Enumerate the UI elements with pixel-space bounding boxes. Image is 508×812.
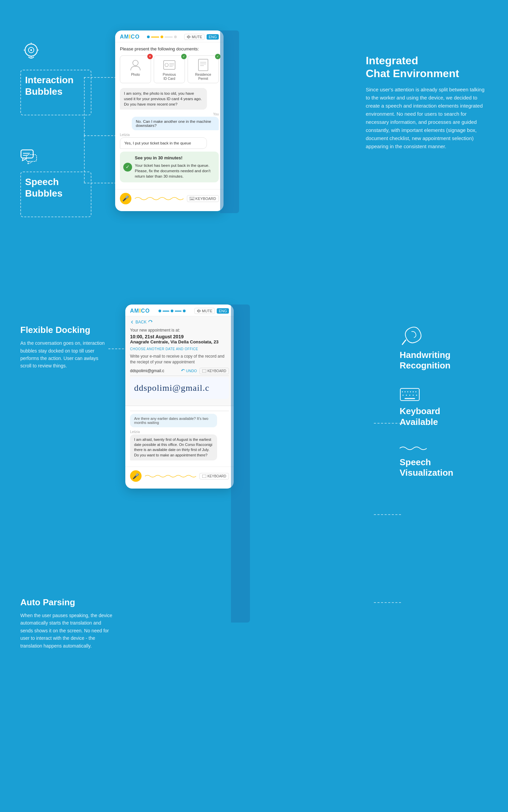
footer-wave-2 — [145, 473, 196, 479]
letizia-label-2: Letizia — [130, 430, 229, 434]
keyboard-available-icon — [400, 388, 420, 401]
svg-point-13 — [165, 63, 168, 67]
docked-area: BACK Your new appointment is at: 10:00, … — [125, 316, 234, 406]
progress-bar — [151, 37, 159, 38]
blue-side-panel-1 — [220, 30, 239, 213]
auto-parsing-title: Auto Parsing — [20, 597, 115, 608]
interaction-bubbles-title: Interaction Bubbles — [25, 74, 87, 97]
dot-1 — [147, 36, 150, 38]
person-icon — [130, 59, 141, 71]
keyboard-btn-2[interactable]: KEYBOARD — [199, 368, 229, 374]
annotation-line-2 — [84, 77, 85, 135]
page-wrapper: Interaction Bubbles Speech Bubbles — [0, 0, 508, 683]
phone-mockup-1: AMICO MUTE ENG — [115, 30, 224, 211]
photo-icon — [129, 59, 142, 71]
svg-rect-28 — [202, 475, 206, 478]
lang-button-2[interactable]: ENG — [217, 308, 229, 314]
ann-line-kb — [374, 514, 401, 515]
svg-rect-27 — [202, 369, 206, 373]
left-panel-2: Flexible Docking As the conversation goe… — [20, 325, 108, 370]
interaction-icon — [20, 41, 42, 62]
speech-bubbles-label-box: Speech Bubbles — [20, 172, 91, 217]
svg-point-2 — [30, 49, 32, 51]
blue-side-panel-2 — [231, 304, 250, 623]
keyboard-feature-block: KeyboardAvailable — [400, 388, 488, 427]
email-input-value[interactable]: ddspolimi@gmail.c — [130, 368, 164, 373]
svg-rect-21 — [190, 197, 194, 200]
mic-button-2[interactable]: 🎤 — [130, 470, 142, 482]
keyboard-button-1[interactable]: KEYBOARD — [187, 195, 219, 202]
back-btn[interactable]: BACK — [130, 320, 229, 324]
svg-point-11 — [133, 60, 138, 66]
flexible-docking-desc: As the conversation goes on, interaction… — [20, 339, 108, 370]
keyboard-icon-2 — [202, 369, 206, 373]
chat-bubble-letizia-1: Yes, I put your ticket back in the queue — [120, 137, 207, 149]
section2: Flexible Docking As the conversation goe… — [0, 304, 508, 663]
you-label: You — [120, 112, 219, 116]
chat-bubble-1: I am sorry, the photo is too old, you ha… — [120, 88, 207, 110]
handwriting-area[interactable]: ddspolimi@gmail.c — [130, 377, 229, 399]
green-body: Your ticket has been put back in the que… — [135, 163, 215, 179]
mute-button-2[interactable]: MUTE — [194, 308, 215, 314]
mute-icon — [187, 35, 191, 39]
left-panel-1: Interaction Bubbles Speech Bubbles — [20, 41, 102, 217]
annotation-line-1 — [84, 77, 117, 78]
phone-content-2: Are there any earlier dates available? I… — [125, 406, 234, 467]
photo-label: Photo — [122, 73, 149, 77]
undo-btn[interactable]: UNDO — [181, 369, 197, 373]
doc-cards-1: ✕ Photo ✓ — [120, 55, 219, 83]
green-title: See you in 30 minutes! — [135, 155, 215, 161]
id-label: PreviousID Card — [155, 73, 183, 81]
interaction-bubbles-icon-box — [20, 41, 102, 64]
permit-status-badge: ✓ — [215, 54, 220, 59]
handwriting-feature-block: HandwritingRecognition — [400, 325, 488, 371]
svg-rect-17 — [198, 59, 208, 71]
integrated-chat-title: IntegratedChat Environment — [366, 54, 488, 80]
phone-footer-1: 🎤 KEYBOARD — [115, 189, 224, 206]
right-panel-2: HandwritingRecognition — [400, 325, 488, 495]
chat-bubble-green: ✓ See you in 30 minutes! Your ticket has… — [120, 152, 219, 182]
dot2-1 — [158, 310, 161, 312]
doc-card-photo: ✕ Photo — [120, 55, 151, 83]
section1: Interaction Bubbles Speech Bubbles — [0, 20, 508, 250]
auto-parsing-desc: When the user pauses speaking, the devic… — [20, 612, 115, 650]
doc-card-id: ✓ PreviousID Card — [154, 55, 185, 83]
phone-mockup-2: AMICO MUTE ENG — [125, 304, 234, 489]
keyboard-button-2[interactable]: KEYBOARD — [199, 473, 229, 479]
svg-rect-7 — [21, 150, 33, 158]
appt-label: Your new appointment is at: — [130, 328, 229, 333]
doc-card-permit: ✓ ResidencePermit — [188, 55, 219, 83]
phone-content-1: Please present the following documents: … — [115, 42, 224, 189]
id-icon — [163, 59, 176, 71]
annotation-line-5 — [84, 183, 117, 183]
speech-visualization-icon — [400, 444, 427, 452]
mic-button-1[interactable]: 🎤 — [120, 193, 131, 204]
handwriting-icon-box — [400, 325, 488, 346]
lang-button-1[interactable]: ENG — [207, 34, 219, 40]
amico-logo-2: AMICO — [130, 308, 150, 314]
phone-instruction-1: Please present the following documents: — [120, 46, 219, 51]
keyboard-available-title: KeyboardAvailable — [400, 406, 488, 427]
annotation-line-3 — [84, 135, 117, 136]
divider-1 — [130, 411, 229, 411]
mute-button-1[interactable]: MUTE — [184, 34, 205, 40]
annotation-line-4 — [84, 135, 85, 183]
dot-2 — [161, 36, 163, 38]
right-panel-1: IntegratedChat Environment Since user's … — [366, 54, 488, 151]
auto-parsing-panel: Auto Parsing When the user pauses speaki… — [20, 597, 115, 650]
back-icon — [130, 320, 134, 324]
chat-bubble-right-1: No. Can I make another one in the machin… — [132, 117, 219, 130]
change-appt-btn[interactable]: CHOOSE ANOTHER DATE AND OFFICE — [130, 347, 229, 351]
speech-icon — [20, 149, 41, 166]
phone-footer-2: 🎤 KEYBOARD — [125, 467, 234, 483]
handwriting-recognition-title: HandwritingRecognition — [400, 350, 488, 371]
header-controls-2: MUTE ENG — [194, 308, 229, 314]
keyboard-icon-1 — [190, 197, 194, 200]
speech-vis-feature-block: SpeechVisualization — [400, 444, 488, 478]
permit-icon — [197, 59, 210, 71]
header-controls-1: MUTE ENG — [184, 34, 219, 40]
keyboard-icon-box — [400, 388, 488, 403]
chat-right-wrapper: You No. Can I make another one in the ma… — [120, 112, 219, 130]
progress-bar-2 — [165, 37, 173, 38]
progress-dots-2 — [158, 310, 186, 312]
